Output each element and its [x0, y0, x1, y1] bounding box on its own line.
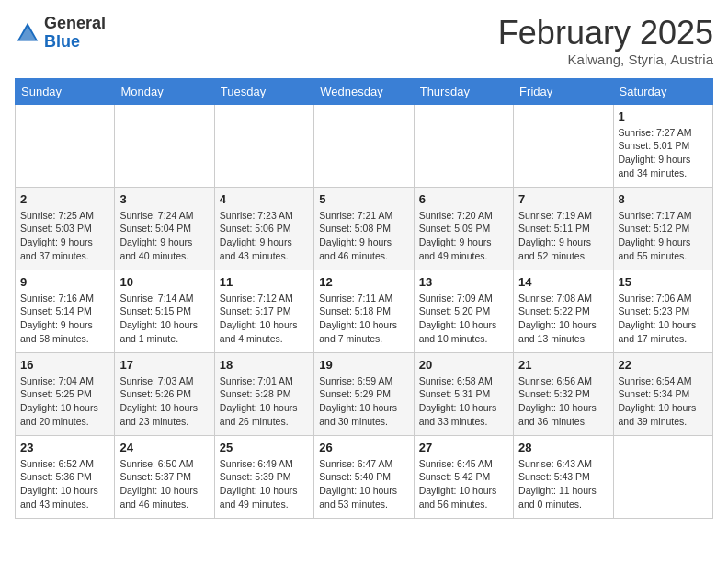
- day-number: 24: [119, 441, 209, 454]
- day-number: 10: [119, 275, 209, 289]
- day-number: 22: [619, 358, 708, 372]
- day-number: 26: [319, 441, 408, 454]
- day-info: Sunrise: 6:50 AM Sunset: 5:37 PM Dayligh…: [119, 457, 209, 511]
- day-number: 11: [220, 275, 309, 289]
- day-info: Sunrise: 7:24 AM Sunset: 5:04 PM Dayligh…: [119, 209, 209, 263]
- calendar-cell: 13Sunrise: 7:09 AM Sunset: 5:20 PM Dayli…: [414, 270, 513, 352]
- calendar-cell: [414, 104, 513, 187]
- calendar-cell: [16, 104, 115, 187]
- calendar-cell: 3Sunrise: 7:24 AM Sunset: 5:04 PM Daylig…: [115, 187, 214, 270]
- day-number: 5: [319, 192, 408, 206]
- day-info: Sunrise: 6:45 AM Sunset: 5:42 PM Dayligh…: [419, 457, 508, 511]
- day-info: Sunrise: 7:16 AM Sunset: 5:14 PM Dayligh…: [20, 292, 109, 346]
- day-number: 2: [20, 192, 109, 206]
- day-number: 18: [220, 358, 309, 372]
- day-info: Sunrise: 7:01 AM Sunset: 5:28 PM Dayligh…: [220, 374, 309, 429]
- week-row-5: 23Sunrise: 6:52 AM Sunset: 5:36 PM Dayli…: [16, 435, 713, 518]
- calendar-cell: 8Sunrise: 7:17 AM Sunset: 5:12 PM Daylig…: [613, 187, 712, 270]
- day-info: Sunrise: 7:19 AM Sunset: 5:11 PM Dayligh…: [518, 209, 608, 263]
- calendar-cell: 16Sunrise: 7:04 AM Sunset: 5:25 PM Dayli…: [16, 352, 115, 435]
- day-info: Sunrise: 7:06 AM Sunset: 5:23 PM Dayligh…: [619, 292, 708, 346]
- week-row-1: 1Sunrise: 7:27 AM Sunset: 5:01 PM Daylig…: [16, 104, 713, 187]
- logo: General Blue: [15, 15, 106, 52]
- calendar-cell: 18Sunrise: 7:01 AM Sunset: 5:28 PM Dayli…: [214, 352, 313, 435]
- day-info: Sunrise: 6:54 AM Sunset: 5:34 PM Dayligh…: [619, 374, 708, 429]
- calendar-cell: [115, 104, 214, 187]
- calendar-cell: 9Sunrise: 7:16 AM Sunset: 5:14 PM Daylig…: [16, 270, 115, 352]
- calendar-cell: 4Sunrise: 7:23 AM Sunset: 5:06 PM Daylig…: [214, 187, 313, 270]
- day-number: 23: [20, 441, 109, 454]
- weekday-header-row: SundayMondayTuesdayWednesdayThursdayFrid…: [16, 78, 713, 104]
- calendar-cell: 6Sunrise: 7:20 AM Sunset: 5:09 PM Daylig…: [414, 187, 513, 270]
- calendar-cell: 27Sunrise: 6:45 AM Sunset: 5:42 PM Dayli…: [414, 435, 513, 518]
- weekday-tuesday: Tuesday: [214, 78, 313, 104]
- day-number: 8: [619, 192, 708, 206]
- day-number: 28: [518, 441, 608, 454]
- calendar-cell: 14Sunrise: 7:08 AM Sunset: 5:22 PM Dayli…: [514, 270, 613, 352]
- day-number: 12: [319, 275, 408, 289]
- calendar-cell: 7Sunrise: 7:19 AM Sunset: 5:11 PM Daylig…: [514, 187, 613, 270]
- location: Kalwang, Styria, Austria: [498, 52, 713, 67]
- day-info: Sunrise: 6:49 AM Sunset: 5:39 PM Dayligh…: [220, 457, 309, 511]
- day-info: Sunrise: 6:59 AM Sunset: 5:29 PM Dayligh…: [319, 374, 408, 429]
- calendar-cell: 23Sunrise: 6:52 AM Sunset: 5:36 PM Dayli…: [16, 435, 115, 518]
- month-title: February 2025: [498, 15, 713, 52]
- title-block: February 2025 Kalwang, Styria, Austria: [498, 15, 713, 67]
- weekday-saturday: Saturday: [613, 78, 712, 104]
- week-row-4: 16Sunrise: 7:04 AM Sunset: 5:25 PM Dayli…: [16, 352, 713, 435]
- calendar-cell: 21Sunrise: 6:56 AM Sunset: 5:32 PM Dayli…: [514, 352, 613, 435]
- calendar-cell: [613, 435, 712, 518]
- day-info: Sunrise: 6:56 AM Sunset: 5:32 PM Dayligh…: [518, 374, 608, 429]
- calendar-cell: 15Sunrise: 7:06 AM Sunset: 5:23 PM Dayli…: [613, 270, 712, 352]
- calendar-cell: 5Sunrise: 7:21 AM Sunset: 5:08 PM Daylig…: [314, 187, 414, 270]
- day-number: 3: [119, 192, 209, 206]
- day-info: Sunrise: 7:04 AM Sunset: 5:25 PM Dayligh…: [20, 374, 109, 429]
- weekday-wednesday: Wednesday: [314, 78, 414, 104]
- calendar-cell: 10Sunrise: 7:14 AM Sunset: 5:15 PM Dayli…: [115, 270, 214, 352]
- week-row-3: 9Sunrise: 7:16 AM Sunset: 5:14 PM Daylig…: [16, 270, 713, 352]
- day-number: 15: [619, 275, 708, 289]
- weekday-thursday: Thursday: [414, 78, 513, 104]
- calendar-cell: 24Sunrise: 6:50 AM Sunset: 5:37 PM Dayli…: [115, 435, 214, 518]
- calendar-cell: 25Sunrise: 6:49 AM Sunset: 5:39 PM Dayli…: [214, 435, 313, 518]
- calendar-cell: 19Sunrise: 6:59 AM Sunset: 5:29 PM Dayli…: [314, 352, 414, 435]
- calendar-table: SundayMondayTuesdayWednesdayThursdayFrid…: [15, 78, 713, 519]
- day-number: 17: [119, 358, 209, 372]
- day-number: 1: [619, 109, 708, 123]
- calendar-body: 1Sunrise: 7:27 AM Sunset: 5:01 PM Daylig…: [16, 104, 713, 518]
- calendar-cell: 22Sunrise: 6:54 AM Sunset: 5:34 PM Dayli…: [613, 352, 712, 435]
- calendar-cell: 2Sunrise: 7:25 AM Sunset: 5:03 PM Daylig…: [16, 187, 115, 270]
- calendar-cell: 20Sunrise: 6:58 AM Sunset: 5:31 PM Dayli…: [414, 352, 513, 435]
- weekday-friday: Friday: [514, 78, 613, 104]
- day-number: 16: [20, 358, 109, 372]
- day-number: 13: [419, 275, 508, 289]
- day-number: 25: [220, 441, 309, 454]
- calendar-cell: 26Sunrise: 6:47 AM Sunset: 5:40 PM Dayli…: [314, 435, 414, 518]
- day-number: 9: [20, 275, 109, 289]
- calendar-cell: 1Sunrise: 7:27 AM Sunset: 5:01 PM Daylig…: [613, 104, 712, 187]
- day-info: Sunrise: 7:11 AM Sunset: 5:18 PM Dayligh…: [319, 292, 408, 346]
- day-info: Sunrise: 6:47 AM Sunset: 5:40 PM Dayligh…: [319, 457, 408, 511]
- calendar-cell: 12Sunrise: 7:11 AM Sunset: 5:18 PM Dayli…: [314, 270, 414, 352]
- day-info: Sunrise: 7:20 AM Sunset: 5:09 PM Dayligh…: [419, 209, 508, 263]
- day-info: Sunrise: 7:17 AM Sunset: 5:12 PM Dayligh…: [619, 209, 708, 263]
- day-number: 20: [419, 358, 508, 372]
- day-info: Sunrise: 7:09 AM Sunset: 5:20 PM Dayligh…: [419, 292, 508, 346]
- calendar-cell: 11Sunrise: 7:12 AM Sunset: 5:17 PM Dayli…: [214, 270, 313, 352]
- page-header: General Blue February 2025 Kalwang, Styr…: [15, 15, 713, 67]
- day-info: Sunrise: 7:27 AM Sunset: 5:01 PM Dayligh…: [619, 126, 708, 180]
- day-info: Sunrise: 7:03 AM Sunset: 5:26 PM Dayligh…: [119, 374, 209, 429]
- day-info: Sunrise: 6:43 AM Sunset: 5:43 PM Dayligh…: [518, 457, 608, 511]
- week-row-2: 2Sunrise: 7:25 AM Sunset: 5:03 PM Daylig…: [16, 187, 713, 270]
- day-number: 19: [319, 358, 408, 372]
- day-info: Sunrise: 7:21 AM Sunset: 5:08 PM Dayligh…: [319, 209, 408, 263]
- day-info: Sunrise: 6:58 AM Sunset: 5:31 PM Dayligh…: [419, 374, 508, 429]
- weekday-sunday: Sunday: [16, 78, 115, 104]
- logo-icon: [15, 20, 40, 46]
- calendar-cell: 17Sunrise: 7:03 AM Sunset: 5:26 PM Dayli…: [115, 352, 214, 435]
- calendar-cell: [214, 104, 313, 187]
- day-number: 7: [518, 192, 608, 206]
- day-info: Sunrise: 7:14 AM Sunset: 5:15 PM Dayligh…: [119, 292, 209, 346]
- day-number: 21: [518, 358, 608, 372]
- calendar-cell: [514, 104, 613, 187]
